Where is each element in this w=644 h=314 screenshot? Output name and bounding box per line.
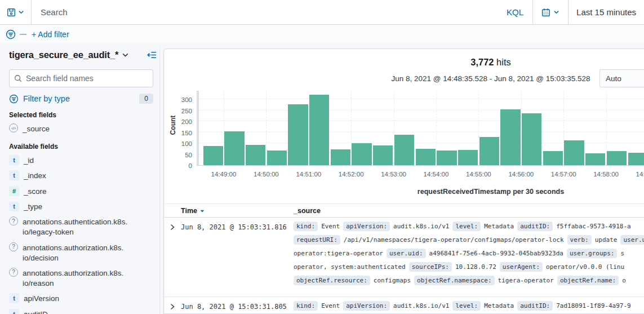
field-name-badge: kind: bbox=[294, 301, 318, 311]
histogram-bar-14:54:00[interactable] bbox=[437, 151, 456, 165]
histogram-plot[interactable] bbox=[196, 91, 644, 166]
index-pattern-selector[interactable]: tigera_secure_ee_audit_* bbox=[9, 50, 147, 60]
histogram-bar-14:52:30[interactable] bbox=[373, 145, 393, 165]
source-line: requestURI:/api/v1/namespaces/tigera-ope… bbox=[294, 233, 644, 246]
field-item-_type[interactable]: t_type bbox=[9, 202, 153, 212]
expand-row-icon[interactable] bbox=[169, 224, 176, 231]
collapse-sidebar-icon[interactable] bbox=[147, 50, 157, 60]
histogram-bar-14:49:00[interactable] bbox=[224, 131, 244, 165]
source-line: kind:EventapiVersion:audit.k8s.io/v1leve… bbox=[294, 219, 644, 233]
y-tick-label: 100 bbox=[173, 140, 192, 148]
source-line: kind:EventapiVersion:audit.k8s.io/v1leve… bbox=[294, 299, 644, 312]
field-value: Metadata bbox=[484, 223, 514, 230]
x-tick-label: 14:49:00 bbox=[201, 171, 246, 178]
field-value: /api/v1/namespaces/tigera-operator/confi… bbox=[344, 236, 564, 244]
doc-source: kind:EventapiVersion:audit.k8s.io/v1leve… bbox=[294, 299, 644, 312]
histogram-bar-14:48:30[interactable] bbox=[203, 146, 223, 165]
interval-select[interactable]: Auto bbox=[599, 69, 644, 87]
sort-desc-icon bbox=[199, 208, 205, 214]
search-input[interactable] bbox=[32, 0, 498, 24]
discover-panel: 3,772 hits Jun 8, 2021 @ 14:48:35.528 - … bbox=[163, 48, 644, 314]
field-name: annotations.authentication.k8s.​io/legac… bbox=[23, 217, 153, 237]
datepicker-button[interactable] bbox=[532, 0, 569, 24]
x-tick-label: 14:59:00 bbox=[626, 171, 644, 178]
expand-row-icon[interactable] bbox=[169, 303, 176, 310]
time-column-header[interactable]: Time bbox=[181, 207, 205, 215]
y-tick-label: 200 bbox=[173, 118, 192, 126]
field-value: tigera-operator bbox=[498, 277, 554, 284]
histogram-bar-14:49:30[interactable] bbox=[246, 145, 265, 165]
filter-icon bbox=[9, 94, 19, 104]
histogram-bar-14:52:00[interactable] bbox=[352, 143, 371, 165]
field-item-auditID[interactable]: tauditID bbox=[9, 309, 153, 314]
field-value: s bbox=[620, 250, 624, 257]
histogram-bar-14:58:30[interactable] bbox=[628, 153, 644, 165]
field-value: operator:tigera-operator bbox=[294, 250, 383, 257]
histogram-bar-14:57:00[interactable] bbox=[564, 140, 584, 165]
histogram-bar-14:56:00[interactable] bbox=[522, 113, 541, 165]
source-column-header: _source bbox=[294, 207, 321, 215]
filter-by-type-button[interactable]: Filter by type bbox=[23, 94, 135, 103]
doc-table-header: Time _source bbox=[164, 204, 644, 218]
field-name-badge: auditID: bbox=[517, 301, 553, 311]
field-name-badge: level: bbox=[452, 301, 481, 311]
x-tick-label: 14:54:00 bbox=[414, 171, 459, 178]
gridline bbox=[196, 99, 644, 99]
field-item-annotations.authorization.k8s.io/decision[interactable]: ?annotations.authorization.k8s.​io/decis… bbox=[9, 243, 153, 263]
field-name: annotations.authorization.k8s.​io/decisi… bbox=[23, 243, 153, 263]
doc-source: kind:EventapiVersion:audit.k8s.io/v1leve… bbox=[294, 219, 644, 287]
field-search-input[interactable] bbox=[26, 74, 148, 83]
partial-bucket bbox=[197, 91, 199, 165]
histogram-bar-14:53:00[interactable] bbox=[394, 135, 414, 165]
field-name-badge: objectRef.resource: bbox=[294, 276, 370, 285]
add-filter-button[interactable]: + Add filter bbox=[32, 30, 69, 39]
chevron-down-icon bbox=[122, 51, 129, 59]
field-name: _type bbox=[24, 202, 42, 212]
filter-options-button[interactable] bbox=[6, 29, 16, 39]
doc-timestamp: Jun 8, 2021 @ 15:03:31.816 bbox=[181, 223, 287, 231]
y-tick-label: 300 bbox=[173, 96, 192, 104]
histogram-bar-14:55:30[interactable] bbox=[500, 109, 520, 165]
string-type-icon: t bbox=[9, 293, 19, 303]
filter-icon bbox=[6, 29, 16, 39]
field-item-annotations.authorization.k8s.io/reason[interactable]: ?annotations.authorization.k8s.​io/reaso… bbox=[9, 268, 153, 289]
histogram-bar-14:51:30[interactable] bbox=[331, 149, 350, 165]
field-item-_source[interactable]: </>_source bbox=[9, 124, 153, 134]
field-item-apiVersion[interactable]: tapiVersion bbox=[9, 294, 153, 304]
field-item-annotations.authentication.k8s.io/legacy-token[interactable]: ?annotations.authentication.k8s.​io/lega… bbox=[9, 217, 153, 237]
histogram-bar-14:56:30[interactable] bbox=[543, 151, 563, 165]
histogram-bar-14:54:30[interactable] bbox=[458, 150, 478, 165]
field-name-badge: requestURI: bbox=[294, 235, 340, 245]
field-name-badge: kind: bbox=[294, 222, 318, 231]
filter-divider bbox=[20, 34, 26, 35]
x-tick-label: 14:50:00 bbox=[243, 171, 288, 178]
gridline bbox=[196, 132, 644, 132]
field-name: _source bbox=[23, 124, 50, 134]
hits-count: 3,772 hits bbox=[164, 57, 644, 68]
source-line: operator, system:authenticatedsourceIPs:… bbox=[294, 260, 644, 273]
histogram-bar-14:50:30[interactable] bbox=[288, 104, 308, 165]
field-name-badge: verb: bbox=[567, 235, 592, 245]
filter-count-badge: 0 bbox=[139, 94, 153, 104]
field-item-_score[interactable]: #_score bbox=[9, 187, 153, 197]
time-range-button[interactable]: Last 15 minutes bbox=[569, 0, 644, 24]
histogram-bar-14:53:30[interactable] bbox=[416, 149, 436, 165]
field-name-badge: objectRef.namespace: bbox=[414, 276, 494, 285]
field-item-_index[interactable]: t_index bbox=[9, 171, 153, 181]
field-item-_id[interactable]: t_id bbox=[9, 156, 153, 166]
histogram-bar-14:57:30[interactable] bbox=[585, 153, 605, 165]
kql-selector[interactable]: KQL bbox=[498, 0, 532, 24]
number-type-icon: # bbox=[9, 186, 19, 196]
x-tick-label: 14:51:00 bbox=[286, 171, 331, 178]
field-name: auditID bbox=[24, 309, 48, 314]
histogram-bar-14:51:00[interactable] bbox=[309, 95, 329, 165]
x-tick-label: 14:57:00 bbox=[541, 171, 586, 178]
histogram-bar-14:50:00[interactable] bbox=[267, 151, 287, 165]
field-name: _score bbox=[24, 187, 47, 197]
histogram-bar-14:58:00[interactable] bbox=[607, 151, 627, 165]
saved-query-button[interactable] bbox=[0, 0, 32, 24]
selected-fields-heading: Selected fields bbox=[9, 111, 153, 119]
fields-sidebar: tigera_secure_ee_audit_* Filter by type … bbox=[0, 44, 162, 314]
histogram-bar-14:55:00[interactable] bbox=[479, 137, 499, 165]
chart-time-range: Jun 8, 2021 @ 14:48:35.528 - Jun 8, 2021… bbox=[164, 74, 644, 83]
